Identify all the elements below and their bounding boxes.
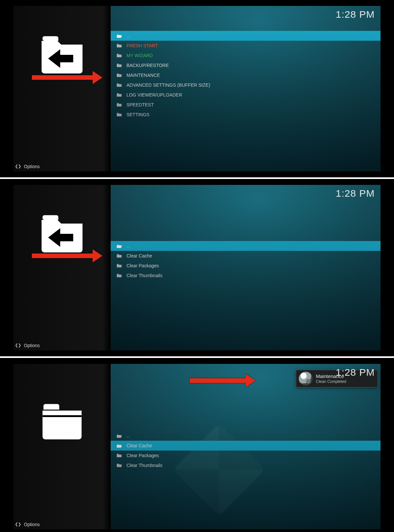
folder-icon [117, 444, 122, 448]
parent-dir-row[interactable]: .. [111, 31, 381, 41]
folder-icon [37, 400, 87, 442]
parent-dir-row[interactable]: .. [111, 241, 381, 251]
list-item-label: Clear Cache [126, 253, 152, 258]
folder-icon [117, 83, 122, 87]
folder-icon [117, 63, 122, 67]
folder-icon [117, 463, 122, 467]
list-item-label: Clear Packages [126, 263, 159, 268]
sidebar [13, 364, 111, 529]
folder-icon [117, 434, 122, 438]
sidebar [13, 185, 111, 350]
list-item[interactable]: MAINTENANCE [111, 70, 381, 80]
list-item-label: .. [126, 433, 130, 438]
options-icon [15, 164, 21, 169]
sidebar [13, 6, 111, 171]
folder-icon [117, 113, 122, 117]
options-label: Options [24, 164, 40, 169]
list-item-label: MAINTENANCE [126, 73, 160, 78]
parent-dir-row[interactable]: .. [111, 431, 381, 441]
screenshot-panel: ..Clear CacheClear PackagesClear Thumbna… [0, 358, 394, 532]
options-label: Options [24, 522, 40, 527]
file-list: ..FRESH STARTMY WIZARDBACKUP/RESTOREMAIN… [111, 31, 381, 120]
content-area: ..Clear CacheClear PackagesClear Thumbna… [111, 185, 381, 350]
annotation-arrow [32, 253, 102, 259]
list-item-label: MY WIZARD [126, 53, 153, 58]
folder-icon [117, 34, 122, 38]
list-item[interactable]: Clear Packages [111, 261, 381, 271]
list-item[interactable]: Clear Thumbnails [111, 460, 381, 470]
folder-icon [117, 73, 122, 77]
list-item-label: Clear Thumbnails [126, 273, 162, 278]
svg-rect-0 [42, 415, 81, 417]
list-item-label: BACKUP/RESTORE [126, 63, 169, 68]
list-item-label: ADVANCED SETTINGS (BUFFER SIZE) [126, 82, 210, 88]
list-item[interactable]: MY WIZARD [111, 51, 381, 60]
list-item[interactable]: Clear Packages [111, 451, 381, 460]
list-item[interactable]: SETTINGS [111, 110, 381, 120]
list-item-label: Clear Cache [126, 443, 152, 448]
annotation-arrow [32, 74, 102, 81]
list-item[interactable]: FRESH START [111, 41, 381, 51]
folder-icon [117, 244, 122, 248]
file-list: ..Clear CacheClear PackagesClear Thumbna… [111, 241, 381, 280]
list-item[interactable]: Clear Cache [111, 251, 381, 261]
list-item-label: SPEEDTEST [126, 102, 154, 107]
list-item[interactable]: Clear Cache [111, 441, 381, 451]
folder-icon [117, 254, 122, 258]
annotation-arrow [190, 377, 255, 384]
list-item-label: FRESH START [126, 43, 158, 48]
list-item-label: Clear Thumbnails [126, 463, 162, 468]
folder-icon [117, 44, 122, 48]
clock: 1:28 PM [336, 188, 375, 199]
list-item[interactable]: BACKUP/RESTORE [111, 60, 381, 70]
file-list: ..Clear CacheClear PackagesClear Thumbna… [111, 431, 381, 470]
content-area: ..FRESH STARTMY WIZARDBACKUP/RESTOREMAIN… [111, 6, 381, 171]
options-icon [15, 522, 21, 527]
list-item-label: .. [126, 33, 130, 38]
list-item[interactable]: ADVANCED SETTINGS (BUFFER SIZE) [111, 80, 381, 90]
folder-icon [117, 454, 122, 457]
options-label: Options [24, 343, 40, 348]
folder-icon [117, 54, 122, 57]
content-area: ..Clear CacheClear PackagesClear Thumbna… [111, 364, 381, 529]
clock: 1:28 PM [336, 367, 375, 378]
list-item[interactable]: Clear Thumbnails [111, 271, 381, 280]
list-item-label: SETTINGS [126, 112, 149, 117]
screenshot-panel: ..FRESH STARTMY WIZARDBACKUP/RESTOREMAIN… [0, 0, 394, 179]
options-button[interactable]: Options [13, 520, 40, 529]
clock: 1:28 PM [336, 9, 375, 20]
folder-back-icon [37, 33, 87, 75]
folder-icon [117, 103, 122, 107]
options-button[interactable]: Options [13, 341, 40, 350]
screenshot-panel: ..Clear CacheClear PackagesClear Thumbna… [0, 179, 394, 358]
folder-back-icon [37, 211, 87, 254]
folder-icon [117, 274, 122, 277]
list-item[interactable]: SPEEDTEST [111, 100, 381, 110]
folder-icon [117, 264, 122, 268]
list-item-label: Clear Packages [126, 453, 159, 458]
options-icon [15, 343, 21, 348]
folder-icon [117, 93, 122, 97]
list-item-label: .. [126, 243, 130, 249]
options-button[interactable]: Options [13, 162, 40, 171]
list-item-label: LOG VIEWER/UPLOADER [126, 92, 182, 98]
list-item[interactable]: LOG VIEWER/UPLOADER [111, 90, 381, 100]
